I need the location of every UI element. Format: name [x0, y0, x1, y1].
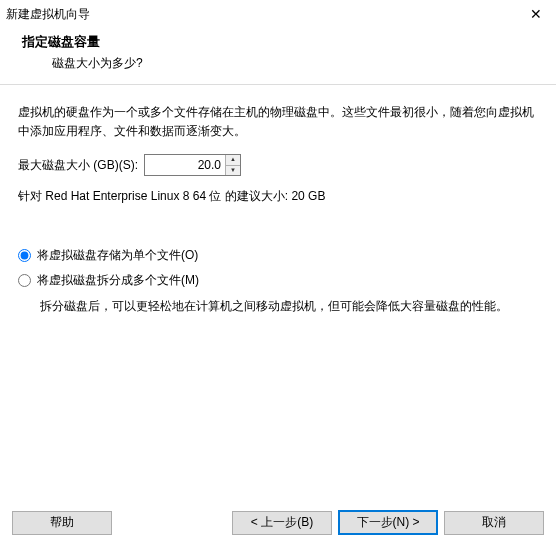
radio-split-file[interactable]	[18, 274, 31, 287]
spinner-up-icon[interactable]: ▲	[226, 155, 240, 166]
page-heading: 指定磁盘容量	[22, 34, 538, 51]
disk-size-spinner[interactable]: ▲ ▼	[144, 154, 241, 176]
radio-split-file-row[interactable]: 将虚拟磁盘拆分成多个文件(M)	[18, 272, 538, 289]
radio-single-file-row[interactable]: 将虚拟磁盘存储为单个文件(O)	[18, 247, 538, 264]
wizard-header: 指定磁盘容量 磁盘大小为多少?	[0, 24, 556, 84]
disk-size-row: 最大磁盘大小 (GB)(S): ▲ ▼	[18, 154, 538, 176]
spinner-down-icon[interactable]: ▼	[226, 166, 240, 176]
wizard-footer: 帮助 < 上一步(B) 下一步(N) > 取消	[0, 510, 556, 535]
content-area: 虚拟机的硬盘作为一个或多个文件存储在主机的物理磁盘中。这些文件最初很小，随着您向…	[0, 85, 556, 316]
page-subheading: 磁盘大小为多少?	[52, 55, 538, 72]
disk-file-option-group: 将虚拟磁盘存储为单个文件(O) 将虚拟磁盘拆分成多个文件(M) 拆分磁盘后，可以…	[18, 247, 538, 316]
title-bar: 新建虚拟机向导 ✕	[0, 0, 556, 24]
help-button[interactable]: 帮助	[12, 511, 112, 535]
cancel-button[interactable]: 取消	[444, 511, 544, 535]
close-icon[interactable]: ✕	[524, 6, 548, 22]
window-title: 新建虚拟机向导	[6, 6, 90, 23]
radio-single-file-label: 将虚拟磁盘存储为单个文件(O)	[37, 247, 198, 264]
radio-split-file-label: 将虚拟磁盘拆分成多个文件(M)	[37, 272, 199, 289]
radio-split-file-desc: 拆分磁盘后，可以更轻松地在计算机之间移动虚拟机，但可能会降低大容量磁盘的性能。	[40, 297, 532, 316]
back-button[interactable]: < 上一步(B)	[232, 511, 332, 535]
disk-size-label: 最大磁盘大小 (GB)(S):	[18, 157, 138, 174]
radio-single-file[interactable]	[18, 249, 31, 262]
recommended-size-text: 针对 Red Hat Enterprise Linux 8 64 位 的建议大小…	[18, 188, 538, 205]
next-button[interactable]: 下一步(N) >	[338, 510, 438, 535]
disk-size-input[interactable]	[145, 155, 225, 175]
intro-text: 虚拟机的硬盘作为一个或多个文件存储在主机的物理磁盘中。这些文件最初很小，随着您向…	[18, 103, 538, 140]
